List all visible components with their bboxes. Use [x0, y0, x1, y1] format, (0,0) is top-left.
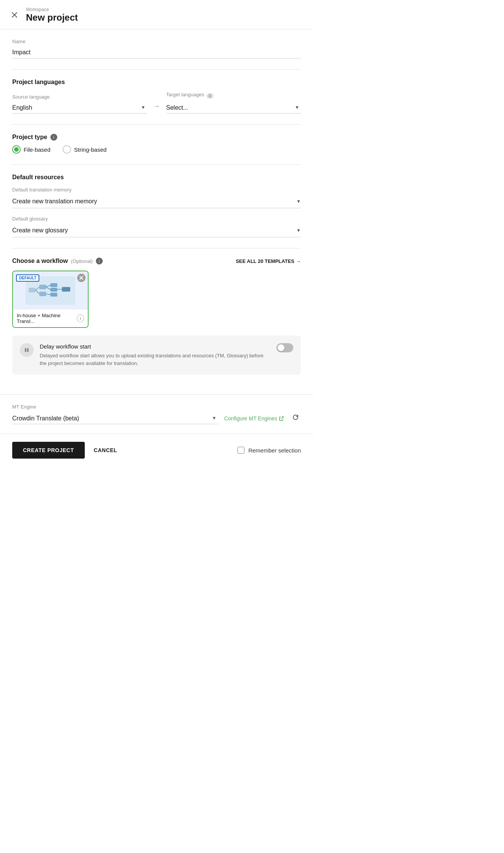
project-type-info-icon[interactable]: i — [50, 134, 57, 141]
svg-rect-10 — [50, 293, 57, 297]
delay-description: Delayed workflow start allows you to upl… — [40, 352, 270, 367]
refresh-icon — [292, 414, 299, 421]
remember-row: Remember selection — [237, 447, 301, 454]
svg-rect-8 — [50, 283, 57, 287]
delay-content: Delay workflow start Delayed workflow st… — [40, 343, 270, 367]
pause-icon — [20, 343, 34, 357]
name-section: Name — [12, 39, 301, 58]
delay-toggle[interactable] — [276, 343, 293, 352]
mt-engine-label: MT Engine — [12, 404, 301, 410]
radio-file-based-circle — [12, 145, 21, 154]
svg-rect-5 — [29, 288, 36, 292]
workflow-card-name: In-house + Machine Transl... — [17, 313, 77, 324]
create-project-button[interactable]: CREATE PROJECT — [12, 442, 85, 459]
workflow-card-info-button[interactable]: i — [77, 315, 84, 322]
translation-memory-chevron-icon: ▼ — [296, 199, 301, 204]
svg-rect-11 — [62, 287, 70, 292]
svg-rect-9 — [50, 288, 57, 292]
project-languages-title: Project languages — [12, 79, 301, 86]
project-languages-section: Project languages Source language Englis… — [12, 79, 301, 114]
workflow-header: Choose a workflow (Optional) i SEE ALL 2… — [12, 258, 301, 264]
mt-select-wrapper: Crowdin Translate (beta) ▼ — [12, 413, 218, 424]
project-type-options: File-based String-based — [12, 145, 301, 154]
target-label-row: Target languages 0 — [166, 92, 301, 100]
translation-memory-label: Default translation memory — [12, 187, 301, 193]
delay-toggle-thumb — [278, 344, 284, 351]
target-language-label: Target languages — [166, 92, 204, 97]
default-badge: DEFAULT — [16, 274, 39, 282]
target-language-select[interactable]: Select... — [166, 102, 301, 113]
mt-engine-select[interactable]: Crowdin Translate (beta) — [12, 413, 218, 424]
workflow-title-group: Choose a workflow (Optional) i — [12, 258, 103, 264]
svg-rect-6 — [39, 285, 46, 289]
source-language-select[interactable]: English — [12, 102, 147, 113]
header-titles: Workspace New project — [26, 7, 78, 23]
glossary-value: Create new glossary — [12, 227, 68, 234]
remember-selection-label: Remember selection — [248, 447, 301, 454]
target-language-select-wrapper[interactable]: Select... ▼ — [166, 102, 301, 114]
arrow-separator-icon: → — [153, 102, 160, 114]
glossary-dropdown[interactable]: Create new glossary ▼ — [12, 224, 301, 237]
default-resources-title: Default resources — [12, 174, 301, 181]
svg-rect-7 — [39, 292, 46, 296]
page-title: New project — [26, 12, 78, 23]
source-language-select-wrapper[interactable]: English ▼ — [12, 102, 147, 114]
mt-engine-select-wrapper[interactable]: Crowdin Translate (beta) ▼ — [12, 413, 218, 424]
cancel-button[interactable]: CANCEL — [91, 442, 120, 459]
mt-engine-row: Crowdin Translate (beta) ▼ Configure MT … — [12, 412, 301, 425]
delay-workflow-box: Delay workflow start Delayed workflow st… — [12, 336, 301, 375]
form-content: Name Project languages Source language E… — [0, 29, 313, 394]
delay-title: Delay workflow start — [40, 343, 270, 350]
workflow-card-footer: In-house + Machine Transl... i — [13, 310, 88, 327]
configure-mt-engines-link[interactable]: Configure MT Engines — [224, 415, 284, 422]
see-all-templates-link[interactable]: SEE ALL 20 TEMPLATES → — [236, 258, 301, 264]
target-count-badge: 0 — [207, 93, 213, 99]
svg-rect-19 — [27, 348, 29, 352]
workflow-card[interactable]: DEFAULT — [12, 271, 89, 328]
project-type-section: Project type i File-based String-based — [12, 134, 301, 154]
remove-workflow-button[interactable] — [77, 274, 86, 282]
refresh-mt-button[interactable] — [290, 412, 301, 425]
radio-file-based-dot — [14, 147, 19, 152]
translation-memory-value: Create new translation memory — [12, 198, 97, 205]
see-all-templates-text: SEE ALL 20 TEMPLATES — [236, 258, 294, 264]
project-type-header: Project type i — [12, 134, 301, 141]
radio-file-based-label: File-based — [24, 146, 50, 153]
configure-mt-text: Configure MT Engines — [224, 415, 277, 422]
translation-memory-dropdown[interactable]: Create new translation memory ▼ — [12, 195, 301, 208]
radio-option-string-based[interactable]: String-based — [63, 145, 107, 154]
mt-engine-section: MT Engine Crowdin Translate (beta) ▼ Con… — [0, 404, 313, 425]
workflow-title: Choose a workflow — [12, 258, 68, 264]
project-type-title: Project type — [12, 134, 47, 141]
header: Workspace New project — [0, 0, 313, 29]
workspace-label: Workspace — [26, 7, 78, 12]
workflow-section: Choose a workflow (Optional) i SEE ALL 2… — [12, 258, 301, 375]
radio-option-file-based[interactable]: File-based — [12, 145, 50, 154]
radio-string-based-label: String-based — [74, 146, 107, 153]
external-link-icon — [279, 416, 284, 421]
see-all-arrow-icon: → — [296, 258, 301, 264]
languages-row: Source language English ▼ → Target langu… — [12, 92, 301, 114]
remember-selection-checkbox[interactable] — [237, 447, 244, 454]
source-language-label: Source language — [12, 94, 147, 100]
svg-rect-18 — [25, 348, 26, 352]
target-language-field: Target languages 0 Select... ▼ — [166, 92, 301, 114]
glossary-label: Default glossary — [12, 216, 301, 222]
remove-workflow-icon — [77, 274, 86, 282]
close-button[interactable] — [9, 10, 20, 20]
name-label: Name — [12, 39, 301, 44]
workflow-optional-label: (Optional) — [71, 258, 93, 264]
radio-string-based-circle — [63, 145, 71, 154]
footer-actions: CREATE PROJECT CANCEL Remember selection — [0, 434, 313, 466]
delay-toggle-track — [276, 343, 293, 352]
name-input[interactable] — [12, 47, 301, 58]
workflow-info-icon[interactable]: i — [96, 258, 103, 264]
default-resources-section: Default resources Default translation me… — [12, 174, 301, 237]
source-language-field: Source language English ▼ — [12, 94, 147, 114]
glossary-chevron-icon: ▼ — [296, 228, 301, 233]
